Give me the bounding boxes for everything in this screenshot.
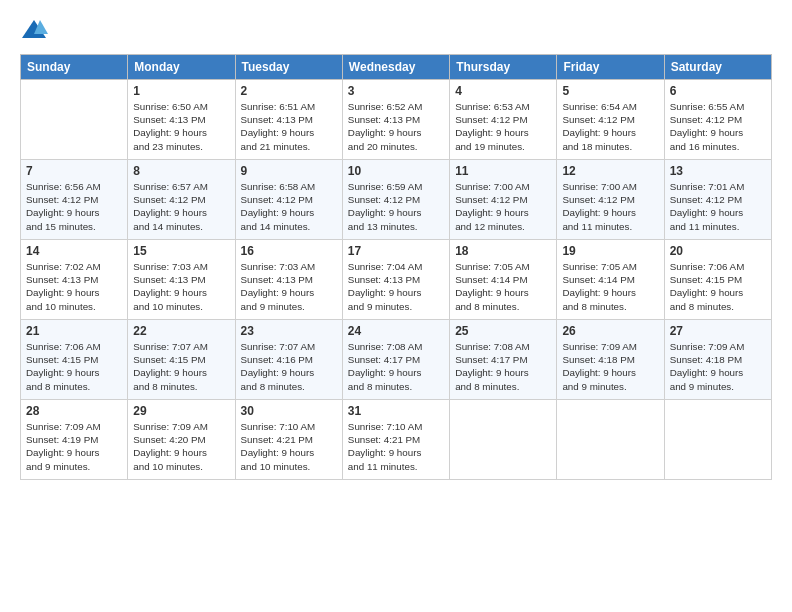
day-info: Sunrise: 7:08 AM Sunset: 4:17 PM Dayligh… — [348, 340, 444, 393]
calendar-cell: 5Sunrise: 6:54 AM Sunset: 4:12 PM Daylig… — [557, 80, 664, 160]
calendar-cell: 3Sunrise: 6:52 AM Sunset: 4:13 PM Daylig… — [342, 80, 449, 160]
day-number: 30 — [241, 404, 337, 418]
calendar-cell: 29Sunrise: 7:09 AM Sunset: 4:20 PM Dayli… — [128, 400, 235, 480]
day-number: 9 — [241, 164, 337, 178]
day-number: 20 — [670, 244, 766, 258]
calendar-cell: 19Sunrise: 7:05 AM Sunset: 4:14 PM Dayli… — [557, 240, 664, 320]
day-info: Sunrise: 7:09 AM Sunset: 4:18 PM Dayligh… — [562, 340, 658, 393]
day-info: Sunrise: 6:54 AM Sunset: 4:12 PM Dayligh… — [562, 100, 658, 153]
weekday-header: Friday — [557, 55, 664, 80]
calendar-cell: 8Sunrise: 6:57 AM Sunset: 4:12 PM Daylig… — [128, 160, 235, 240]
calendar-cell: 25Sunrise: 7:08 AM Sunset: 4:17 PM Dayli… — [450, 320, 557, 400]
calendar-cell: 24Sunrise: 7:08 AM Sunset: 4:17 PM Dayli… — [342, 320, 449, 400]
day-number: 25 — [455, 324, 551, 338]
weekday-header: Monday — [128, 55, 235, 80]
day-info: Sunrise: 7:10 AM Sunset: 4:21 PM Dayligh… — [241, 420, 337, 473]
day-number: 31 — [348, 404, 444, 418]
header — [20, 16, 772, 44]
calendar-cell: 15Sunrise: 7:03 AM Sunset: 4:13 PM Dayli… — [128, 240, 235, 320]
calendar-week-row: 7Sunrise: 6:56 AM Sunset: 4:12 PM Daylig… — [21, 160, 772, 240]
day-info: Sunrise: 7:00 AM Sunset: 4:12 PM Dayligh… — [562, 180, 658, 233]
weekday-header: Thursday — [450, 55, 557, 80]
weekday-header: Saturday — [664, 55, 771, 80]
day-number: 23 — [241, 324, 337, 338]
day-number: 28 — [26, 404, 122, 418]
calendar-cell: 18Sunrise: 7:05 AM Sunset: 4:14 PM Dayli… — [450, 240, 557, 320]
day-info: Sunrise: 7:09 AM Sunset: 4:20 PM Dayligh… — [133, 420, 229, 473]
day-info: Sunrise: 6:53 AM Sunset: 4:12 PM Dayligh… — [455, 100, 551, 153]
day-number: 27 — [670, 324, 766, 338]
day-info: Sunrise: 7:01 AM Sunset: 4:12 PM Dayligh… — [670, 180, 766, 233]
day-info: Sunrise: 7:05 AM Sunset: 4:14 PM Dayligh… — [562, 260, 658, 313]
calendar-cell: 20Sunrise: 7:06 AM Sunset: 4:15 PM Dayli… — [664, 240, 771, 320]
calendar-header-row: SundayMondayTuesdayWednesdayThursdayFrid… — [21, 55, 772, 80]
calendar-cell: 22Sunrise: 7:07 AM Sunset: 4:15 PM Dayli… — [128, 320, 235, 400]
calendar-cell: 26Sunrise: 7:09 AM Sunset: 4:18 PM Dayli… — [557, 320, 664, 400]
logo-icon — [20, 16, 48, 44]
day-number: 17 — [348, 244, 444, 258]
calendar-cell: 13Sunrise: 7:01 AM Sunset: 4:12 PM Dayli… — [664, 160, 771, 240]
calendar-cell: 23Sunrise: 7:07 AM Sunset: 4:16 PM Dayli… — [235, 320, 342, 400]
calendar-cell: 16Sunrise: 7:03 AM Sunset: 4:13 PM Dayli… — [235, 240, 342, 320]
day-number: 4 — [455, 84, 551, 98]
day-info: Sunrise: 6:51 AM Sunset: 4:13 PM Dayligh… — [241, 100, 337, 153]
day-number: 6 — [670, 84, 766, 98]
logo — [20, 16, 52, 44]
day-info: Sunrise: 7:09 AM Sunset: 4:19 PM Dayligh… — [26, 420, 122, 473]
day-number: 18 — [455, 244, 551, 258]
day-number: 2 — [241, 84, 337, 98]
calendar-cell: 10Sunrise: 6:59 AM Sunset: 4:12 PM Dayli… — [342, 160, 449, 240]
calendar-cell: 1Sunrise: 6:50 AM Sunset: 4:13 PM Daylig… — [128, 80, 235, 160]
day-number: 1 — [133, 84, 229, 98]
day-number: 21 — [26, 324, 122, 338]
day-info: Sunrise: 6:55 AM Sunset: 4:12 PM Dayligh… — [670, 100, 766, 153]
calendar-cell: 21Sunrise: 7:06 AM Sunset: 4:15 PM Dayli… — [21, 320, 128, 400]
day-number: 11 — [455, 164, 551, 178]
day-number: 29 — [133, 404, 229, 418]
calendar-cell — [21, 80, 128, 160]
calendar-cell: 9Sunrise: 6:58 AM Sunset: 4:12 PM Daylig… — [235, 160, 342, 240]
day-info: Sunrise: 7:10 AM Sunset: 4:21 PM Dayligh… — [348, 420, 444, 473]
day-info: Sunrise: 7:02 AM Sunset: 4:13 PM Dayligh… — [26, 260, 122, 313]
day-number: 5 — [562, 84, 658, 98]
calendar-cell: 28Sunrise: 7:09 AM Sunset: 4:19 PM Dayli… — [21, 400, 128, 480]
calendar-cell: 2Sunrise: 6:51 AM Sunset: 4:13 PM Daylig… — [235, 80, 342, 160]
calendar-week-row: 21Sunrise: 7:06 AM Sunset: 4:15 PM Dayli… — [21, 320, 772, 400]
calendar-cell — [664, 400, 771, 480]
calendar-cell: 31Sunrise: 7:10 AM Sunset: 4:21 PM Dayli… — [342, 400, 449, 480]
day-number: 14 — [26, 244, 122, 258]
calendar-cell: 14Sunrise: 7:02 AM Sunset: 4:13 PM Dayli… — [21, 240, 128, 320]
calendar-cell: 30Sunrise: 7:10 AM Sunset: 4:21 PM Dayli… — [235, 400, 342, 480]
day-number: 12 — [562, 164, 658, 178]
day-info: Sunrise: 6:52 AM Sunset: 4:13 PM Dayligh… — [348, 100, 444, 153]
day-info: Sunrise: 7:05 AM Sunset: 4:14 PM Dayligh… — [455, 260, 551, 313]
day-number: 24 — [348, 324, 444, 338]
day-info: Sunrise: 7:06 AM Sunset: 4:15 PM Dayligh… — [26, 340, 122, 393]
calendar-week-row: 14Sunrise: 7:02 AM Sunset: 4:13 PM Dayli… — [21, 240, 772, 320]
calendar-cell: 17Sunrise: 7:04 AM Sunset: 4:13 PM Dayli… — [342, 240, 449, 320]
calendar-cell — [450, 400, 557, 480]
weekday-header: Wednesday — [342, 55, 449, 80]
calendar-cell: 11Sunrise: 7:00 AM Sunset: 4:12 PM Dayli… — [450, 160, 557, 240]
day-number: 13 — [670, 164, 766, 178]
calendar-cell: 6Sunrise: 6:55 AM Sunset: 4:12 PM Daylig… — [664, 80, 771, 160]
calendar-cell: 27Sunrise: 7:09 AM Sunset: 4:18 PM Dayli… — [664, 320, 771, 400]
day-number: 3 — [348, 84, 444, 98]
day-info: Sunrise: 7:00 AM Sunset: 4:12 PM Dayligh… — [455, 180, 551, 233]
calendar-cell — [557, 400, 664, 480]
day-info: Sunrise: 7:06 AM Sunset: 4:15 PM Dayligh… — [670, 260, 766, 313]
weekday-header: Tuesday — [235, 55, 342, 80]
day-number: 26 — [562, 324, 658, 338]
day-info: Sunrise: 7:04 AM Sunset: 4:13 PM Dayligh… — [348, 260, 444, 313]
day-info: Sunrise: 7:08 AM Sunset: 4:17 PM Dayligh… — [455, 340, 551, 393]
calendar-week-row: 1Sunrise: 6:50 AM Sunset: 4:13 PM Daylig… — [21, 80, 772, 160]
calendar-table: SundayMondayTuesdayWednesdayThursdayFrid… — [20, 54, 772, 480]
day-info: Sunrise: 7:09 AM Sunset: 4:18 PM Dayligh… — [670, 340, 766, 393]
day-number: 7 — [26, 164, 122, 178]
day-info: Sunrise: 7:03 AM Sunset: 4:13 PM Dayligh… — [133, 260, 229, 313]
day-number: 16 — [241, 244, 337, 258]
calendar-cell: 4Sunrise: 6:53 AM Sunset: 4:12 PM Daylig… — [450, 80, 557, 160]
calendar-cell: 12Sunrise: 7:00 AM Sunset: 4:12 PM Dayli… — [557, 160, 664, 240]
day-number: 8 — [133, 164, 229, 178]
day-info: Sunrise: 7:07 AM Sunset: 4:15 PM Dayligh… — [133, 340, 229, 393]
